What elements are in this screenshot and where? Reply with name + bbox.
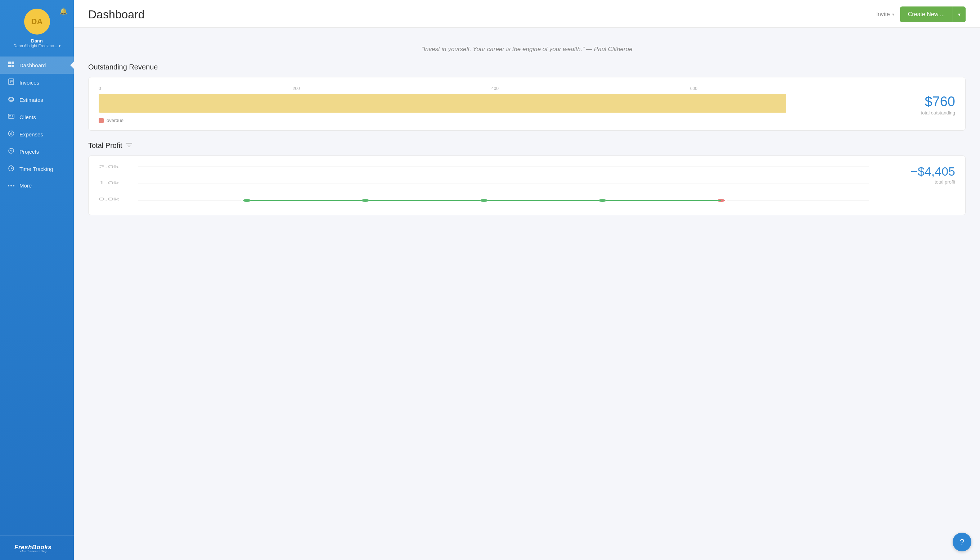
create-new-button[interactable]: Create New ... ▾ <box>900 7 966 22</box>
time-tracking-icon <box>7 165 15 173</box>
svg-point-14 <box>8 131 14 137</box>
axis-label-200: 200 <box>293 86 300 91</box>
sidebar-item-label: Dashboard <box>20 62 46 68</box>
sidebar-item-label: Invoices <box>20 80 39 86</box>
sidebar-item-estimates[interactable]: Estimates <box>0 91 74 108</box>
svg-text:0.0k: 0.0k <box>99 197 120 202</box>
axis-label-400: 400 <box>491 86 499 91</box>
svg-point-9 <box>8 97 14 101</box>
sidebar-item-clients[interactable]: Clients <box>0 108 74 126</box>
profit-total-label: total profit <box>898 179 955 185</box>
profit-chart-area: 2.0k 1.0k 0.0k <box>99 165 955 208</box>
axis-label-600: 600 <box>690 86 697 91</box>
clients-icon <box>7 113 15 121</box>
avatar: DA <box>24 8 50 35</box>
bar-fill <box>99 94 786 113</box>
revenue-total: $760 total outstanding <box>898 94 955 115</box>
revenue-chart-area: 0 200 400 600 overdue <box>99 86 955 123</box>
axis-label-0: 0 <box>99 86 101 91</box>
legend-label-overdue: overdue <box>107 118 124 123</box>
sidebar-item-invoices[interactable]: Invoices <box>0 74 74 91</box>
svg-point-11 <box>9 115 11 117</box>
profile-section: 🔔 DA Dann Dann Albright Freelanc... ▾ <box>0 0 74 53</box>
sidebar-item-label: Time Tracking <box>20 166 53 172</box>
create-new-label: Create New ... <box>900 7 953 22</box>
sidebar-item-time-tracking[interactable]: Time Tracking <box>0 160 74 177</box>
profile-company[interactable]: Dann Albright Freelanc... ▾ <box>13 43 60 48</box>
svg-text:2.0k: 2.0k <box>99 165 120 169</box>
profit-chart-svg: 2.0k 1.0k 0.0k <box>99 165 889 208</box>
profile-name: Dann <box>31 38 43 43</box>
svg-rect-1 <box>12 62 14 64</box>
total-profit-label: Total Profit <box>88 142 122 150</box>
outstanding-revenue-title: Outstanding Revenue <box>88 63 966 71</box>
sidebar-item-expenses[interactable]: Expenses <box>0 126 74 143</box>
sidebar-item-label: Projects <box>20 148 39 155</box>
bar-axis-labels: 0 200 400 600 <box>99 86 889 91</box>
svg-point-21 <box>8 185 9 187</box>
profile-chevron-icon: ▾ <box>59 44 60 48</box>
sidebar-item-label: Expenses <box>20 132 43 137</box>
invoices-icon <box>7 78 15 87</box>
profit-total-amount: −$4,405 <box>898 165 955 178</box>
header: Dashboard Invite ▾ Create New ... ▾ <box>74 0 980 28</box>
help-icon: ? <box>960 537 964 547</box>
estimates-icon <box>7 96 15 103</box>
svg-text:cloud accounting: cloud accounting <box>20 550 47 553</box>
create-new-chevron-icon: ▾ <box>953 7 966 22</box>
filter-icon[interactable] <box>126 143 132 148</box>
svg-rect-0 <box>8 62 11 64</box>
revenue-total-amount: $760 <box>898 94 955 109</box>
outstanding-revenue-section: Outstanding Revenue 0 200 400 600 <box>88 63 966 131</box>
projects-icon <box>7 148 15 155</box>
page-title: Dashboard <box>88 8 145 21</box>
logo-name: FreshBooks cloud accounting <box>14 541 60 554</box>
invite-button[interactable]: Invite ▾ <box>876 11 894 18</box>
svg-point-22 <box>10 185 12 187</box>
revenue-total-label: total outstanding <box>898 110 955 115</box>
header-actions: Invite ▾ Create New ... ▾ <box>876 7 966 22</box>
expenses-icon <box>7 130 15 138</box>
svg-point-23 <box>13 185 14 187</box>
main-content: Dashboard Invite ▾ Create New ... ▾ "Inv… <box>74 0 980 560</box>
help-button[interactable]: ? <box>953 533 972 552</box>
freshbooks-logo: FreshBooks cloud accounting <box>0 535 74 560</box>
svg-rect-2 <box>8 65 11 67</box>
quote-section: "Invest in yourself. Your career is the … <box>88 38 966 63</box>
svg-rect-3 <box>12 65 14 67</box>
total-profit-title: Total Profit <box>88 142 966 150</box>
legend-dot-overdue <box>99 118 104 123</box>
content-area: "Invest in yourself. Your career is the … <box>74 28 980 560</box>
bar-track <box>99 94 889 113</box>
svg-rect-4 <box>8 79 14 85</box>
bar-chart-container: 0 200 400 600 overdue <box>99 86 889 123</box>
invite-chevron-icon: ▾ <box>892 12 894 17</box>
svg-text:1.0k: 1.0k <box>99 181 120 185</box>
sidebar-item-projects[interactable]: Projects <box>0 143 74 160</box>
outstanding-revenue-card: 0 200 400 600 overdue <box>88 77 966 131</box>
quote-text: "Invest in yourself. Your career is the … <box>421 46 632 53</box>
profit-total: −$4,405 total profit <box>898 165 955 185</box>
dashboard-icon <box>7 61 15 69</box>
sidebar-item-label: Estimates <box>20 97 43 103</box>
total-profit-section: Total Profit 2.0k 1.0k <box>88 142 966 215</box>
sidebar-item-more[interactable]: More <box>0 177 74 193</box>
sidebar-item-label: More <box>20 182 32 188</box>
bar-legend: overdue <box>99 118 889 123</box>
bell-icon[interactable]: 🔔 <box>59 7 67 15</box>
sidebar: 🔔 DA Dann Dann Albright Freelanc... ▾ Da… <box>0 0 74 560</box>
invite-label: Invite <box>876 11 890 18</box>
sidebar-item-label: Clients <box>20 114 36 120</box>
more-icon <box>7 182 15 188</box>
line-chart-container: 2.0k 1.0k 0.0k <box>99 165 889 208</box>
total-profit-card: 2.0k 1.0k 0.0k <box>88 155 966 215</box>
sidebar-item-dashboard[interactable]: Dashboard <box>0 57 74 74</box>
sidebar-nav: Dashboard Invoices Estimates <box>0 53 74 535</box>
